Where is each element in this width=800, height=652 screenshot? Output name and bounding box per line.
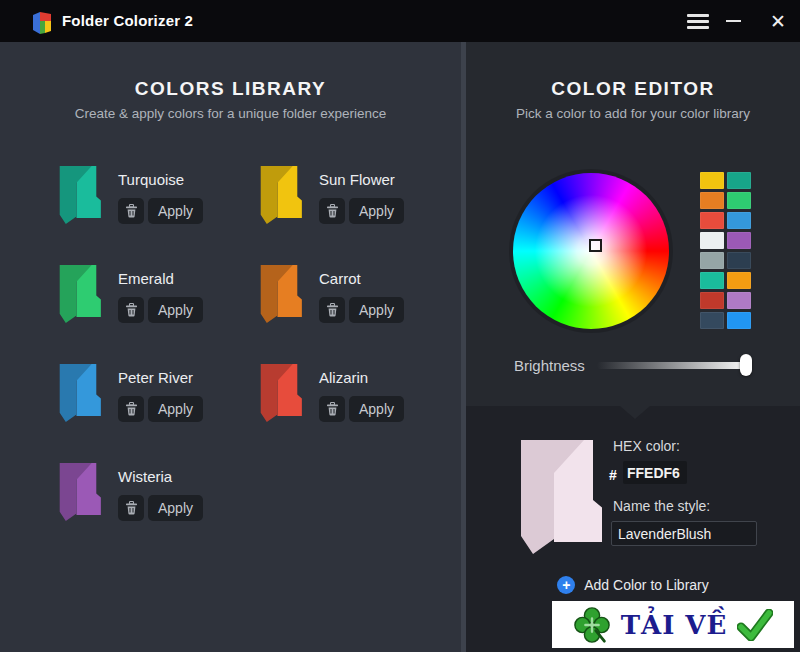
color-name: Turquoise [118, 171, 203, 188]
add-color-label: Add Color to Library [584, 577, 709, 593]
trash-icon [326, 402, 339, 416]
trash-icon [125, 204, 138, 218]
menu-button[interactable] [680, 0, 716, 42]
library-item: WisteriaApply [55, 457, 256, 556]
delete-button[interactable] [118, 198, 144, 224]
hex-color-input[interactable] [623, 461, 687, 484]
brightness-label: Brightness [514, 357, 585, 374]
color-name: Carrot [319, 270, 404, 287]
apply-button[interactable]: Apply [148, 495, 203, 521]
style-name-input[interactable] [611, 521, 757, 546]
titlebar: Folder Colorizer 2 ✕ [0, 0, 800, 42]
color-swatch[interactable] [700, 212, 724, 229]
add-color-button[interactable]: + Add Color to Library [466, 576, 800, 594]
color-swatch[interactable] [727, 292, 751, 309]
color-name: Peter River [118, 369, 203, 386]
library-item: Peter RiverApply [55, 358, 256, 457]
color-swatch[interactable] [700, 192, 724, 209]
trash-icon [125, 402, 138, 416]
color-swatch[interactable] [700, 272, 724, 289]
color-name: Emerald [118, 270, 203, 287]
color-swatch[interactable] [700, 252, 724, 269]
folder-icon [55, 358, 101, 422]
color-swatch[interactable] [727, 312, 751, 329]
library-item: EmeraldApply [55, 259, 256, 358]
trash-icon [326, 303, 339, 317]
minimize-button[interactable] [716, 0, 750, 42]
color-swatch[interactable] [727, 232, 751, 249]
hex-prefix: # [609, 467, 617, 483]
color-swatch[interactable] [727, 252, 751, 269]
apply-button[interactable]: Apply [349, 396, 404, 422]
library-item: AlizarinApply [256, 358, 457, 457]
close-icon: ✕ [770, 10, 786, 33]
download-banner[interactable]: TẢI VỀ [552, 601, 794, 648]
color-swatch[interactable] [700, 312, 724, 329]
app-window: Folder Colorizer 2 ✕ COLORS LIBRARY Crea… [0, 0, 800, 652]
close-button[interactable]: ✕ [758, 0, 798, 42]
delete-button[interactable] [118, 495, 144, 521]
trash-icon [125, 501, 138, 515]
color-name: Alizarin [319, 369, 404, 386]
library-subheading: Create & apply colors for a unique folde… [0, 106, 461, 121]
style-name-label: Name the style: [613, 498, 710, 514]
library-item: TurquoiseApply [55, 160, 256, 259]
delete-button[interactable] [319, 396, 345, 422]
brightness-slider-track[interactable] [597, 362, 751, 369]
color-swatch[interactable] [700, 292, 724, 309]
clover-icon [573, 606, 611, 644]
plus-icon: + [557, 576, 575, 594]
editor-heading: COLOR EDITOR [466, 78, 800, 100]
apply-button[interactable]: Apply [148, 297, 203, 323]
color-swatch[interactable] [700, 232, 724, 249]
delete-button[interactable] [319, 198, 345, 224]
library-item: Sun FlowerApply [256, 160, 457, 259]
folder-preview-icon [512, 428, 602, 554]
apply-button[interactable]: Apply [148, 198, 203, 224]
color-wheel[interactable] [513, 173, 669, 329]
swatch-grid [700, 172, 751, 329]
library-grid: TurquoiseApplySun FlowerApplyEmeraldAppl… [55, 160, 457, 556]
folder-icon [55, 160, 101, 224]
delete-button[interactable] [319, 297, 345, 323]
color-swatch[interactable] [727, 172, 751, 189]
library-heading: COLORS LIBRARY [0, 78, 461, 100]
color-swatch[interactable] [727, 212, 751, 229]
folder-icon [256, 259, 302, 323]
color-swatch[interactable] [727, 192, 751, 209]
app-title: Folder Colorizer 2 [62, 12, 193, 29]
apply-button[interactable]: Apply [349, 198, 404, 224]
brightness-slider-handle[interactable] [740, 354, 752, 376]
delete-button[interactable] [118, 396, 144, 422]
apply-button[interactable]: Apply [349, 297, 404, 323]
trash-icon [326, 204, 339, 218]
hex-color-label: HEX color: [613, 438, 680, 454]
hamburger-icon [687, 14, 709, 17]
app-logo-icon [30, 8, 54, 36]
banner-text: TẢI VỀ [621, 610, 728, 640]
folder-icon [55, 457, 101, 521]
apply-button[interactable]: Apply [148, 396, 203, 422]
delete-button[interactable] [118, 297, 144, 323]
color-name: Sun Flower [319, 171, 404, 188]
color-swatch[interactable] [700, 172, 724, 189]
color-editor-panel: COLOR EDITOR Pick a color to add for you… [466, 42, 800, 652]
editor-bottom-section: HEX color: # Name the style: + Add Color… [466, 406, 800, 652]
color-name: Wisteria [118, 468, 203, 485]
color-swatch[interactable] [727, 272, 751, 289]
colors-library-panel: COLORS LIBRARY Create & apply colors for… [0, 42, 461, 652]
editor-subheading: Pick a color to add for your color libra… [466, 106, 800, 121]
trash-icon [125, 303, 138, 317]
folder-icon [256, 358, 302, 422]
color-wheel-cursor[interactable] [589, 239, 602, 252]
folder-icon [55, 259, 101, 323]
folder-icon [256, 160, 302, 224]
library-item: CarrotApply [256, 259, 457, 358]
minimize-icon [726, 20, 741, 22]
checkmark-icon [737, 609, 773, 641]
section-notch [620, 406, 650, 419]
